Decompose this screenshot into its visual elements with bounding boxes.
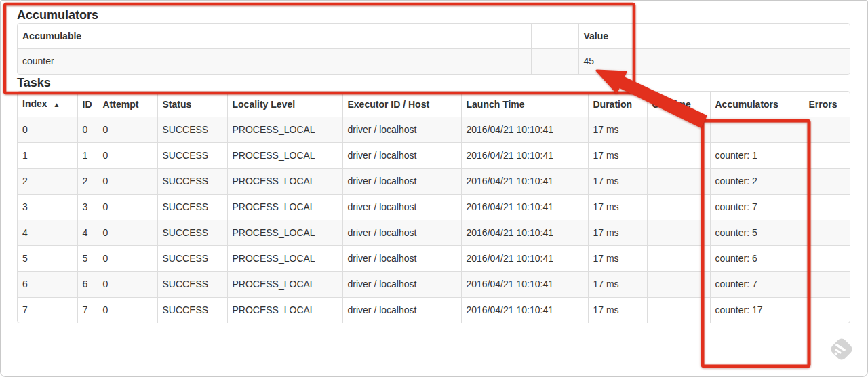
column-header-launch-time[interactable]: Launch Time (461, 92, 588, 117)
task-cell: 2 (18, 169, 77, 195)
skitch-watermark-icon (827, 334, 856, 364)
task-cell: 0 (98, 143, 157, 169)
task-cell (647, 143, 710, 169)
task-cell: counter: 7 (710, 272, 804, 298)
task-cell (804, 117, 850, 143)
task-cell: 2016/04/21 10:10:41 (461, 117, 588, 143)
column-header-attempt[interactable]: Attempt (98, 92, 157, 117)
task-cell: 0 (98, 246, 157, 272)
task-cell: 0 (98, 272, 157, 298)
task-cell: 7 (77, 298, 98, 323)
task-cell (647, 272, 710, 298)
column-header-index-label: Index (22, 98, 47, 109)
task-cell (804, 272, 850, 298)
task-cell: 5 (18, 246, 77, 272)
task-row: 000SUCCESSPROCESS_LOCALdriver / localhos… (18, 117, 850, 143)
task-cell: SUCCESS (157, 298, 227, 323)
task-cell: driver / localhost (342, 298, 461, 323)
task-cell (804, 298, 850, 323)
task-cell: 2016/04/21 10:10:41 (461, 220, 588, 246)
task-cell: 0 (98, 220, 157, 246)
task-cell: 4 (18, 220, 77, 246)
task-cell: 17 ms (588, 298, 647, 323)
task-cell: 17 ms (588, 246, 647, 272)
task-cell: driver / localhost (342, 246, 461, 272)
task-cell: 17 ms (588, 220, 647, 246)
tasks-table: Index▲ ID Attempt Status Locality Level … (17, 91, 850, 323)
task-cell: 0 (77, 117, 98, 143)
task-cell: 2016/04/21 10:10:41 (461, 169, 588, 195)
task-cell: 6 (18, 272, 77, 298)
task-cell: 3 (18, 195, 77, 220)
task-row: 440SUCCESSPROCESS_LOCALdriver / localhos… (18, 220, 850, 246)
task-cell: driver / localhost (342, 195, 461, 220)
accumulators-table: Accumulable Value counter 45 (17, 23, 850, 75)
task-cell: 3 (77, 195, 98, 220)
task-row: 660SUCCESSPROCESS_LOCALdriver / localhos… (18, 272, 850, 298)
task-cell: SUCCESS (157, 195, 227, 220)
task-cell: 0 (98, 169, 157, 195)
task-cell: 17 ms (588, 272, 647, 298)
task-cell: PROCESS_LOCAL (227, 298, 342, 323)
tasks-header-row: Index▲ ID Attempt Status Locality Level … (18, 92, 850, 117)
task-cell (804, 143, 850, 169)
column-header-id[interactable]: ID (77, 92, 98, 117)
task-cell: PROCESS_LOCAL (227, 169, 342, 195)
task-cell: 0 (98, 298, 157, 323)
task-row: 330SUCCESSPROCESS_LOCALdriver / localhos… (18, 195, 850, 220)
task-cell: SUCCESS (157, 220, 227, 246)
task-cell: 7 (18, 298, 77, 323)
column-header-locality-level[interactable]: Locality Level (227, 92, 342, 117)
column-header-duration[interactable]: Duration (588, 92, 647, 117)
task-cell (647, 117, 710, 143)
task-cell: driver / localhost (342, 117, 461, 143)
accumulator-value-cell: 45 (578, 49, 850, 75)
task-cell: SUCCESS (157, 143, 227, 169)
stage-page: Accumulators Accumulable Value counter 4… (0, 0, 868, 323)
task-cell: driver / localhost (342, 220, 461, 246)
accumulators-spacer-cell (531, 49, 578, 75)
column-header-index[interactable]: Index▲ (18, 92, 77, 117)
task-cell: PROCESS_LOCAL (227, 272, 342, 298)
task-cell: 2016/04/21 10:10:41 (461, 246, 588, 272)
task-cell: driver / localhost (342, 272, 461, 298)
task-cell: counter: 17 (710, 298, 804, 323)
task-cell: counter: 5 (710, 220, 804, 246)
task-cell: 2016/04/21 10:10:41 (461, 143, 588, 169)
task-cell: SUCCESS (157, 246, 227, 272)
accumulator-row: counter 45 (18, 49, 850, 75)
task-cell: 17 ms (588, 169, 647, 195)
task-row: 220SUCCESSPROCESS_LOCALdriver / localhos… (18, 169, 850, 195)
task-cell: counter: 6 (710, 246, 804, 272)
task-cell (710, 117, 804, 143)
task-cell (804, 195, 850, 220)
column-header-status[interactable]: Status (157, 92, 227, 117)
task-cell: SUCCESS (157, 117, 227, 143)
task-row: 770SUCCESSPROCESS_LOCALdriver / localhos… (18, 298, 850, 323)
tasks-heading: Tasks (17, 75, 868, 91)
column-header-executor-id-host[interactable]: Executor ID / Host (342, 92, 461, 117)
task-cell: counter: 7 (710, 195, 804, 220)
column-header-accumulators[interactable]: Accumulators (710, 92, 804, 117)
accumulable-name-cell: counter (18, 49, 531, 75)
task-cell: driver / localhost (342, 169, 461, 195)
task-cell: PROCESS_LOCAL (227, 195, 342, 220)
task-cell: SUCCESS (157, 169, 227, 195)
task-cell: 17 ms (588, 117, 647, 143)
task-cell: 0 (98, 117, 157, 143)
task-cell: PROCESS_LOCAL (227, 220, 342, 246)
column-header-errors[interactable]: Errors (804, 92, 850, 117)
task-row: 550SUCCESSPROCESS_LOCALdriver / localhos… (18, 246, 850, 272)
column-header-gc-time[interactable]: GC Time (647, 92, 710, 117)
accumulators-heading: Accumulators (17, 7, 868, 23)
task-cell: 6 (77, 272, 98, 298)
task-cell: SUCCESS (157, 272, 227, 298)
task-cell: 0 (18, 117, 77, 143)
task-cell: 17 ms (588, 143, 647, 169)
task-cell (804, 169, 850, 195)
value-column-header: Value (578, 24, 850, 49)
task-cell: counter: 2 (710, 169, 804, 195)
task-cell (647, 220, 710, 246)
task-row: 110SUCCESSPROCESS_LOCALdriver / localhos… (18, 143, 850, 169)
task-cell: 2016/04/21 10:10:41 (461, 195, 588, 220)
